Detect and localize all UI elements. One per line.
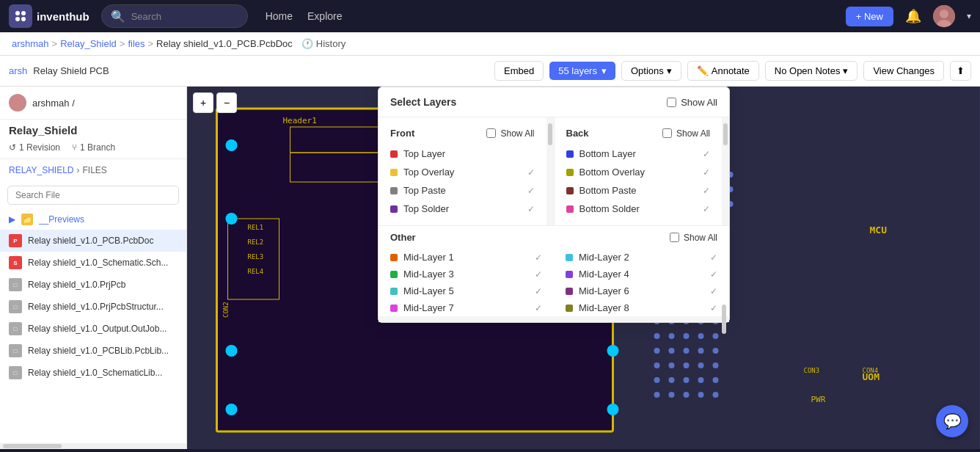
- search-bar[interactable]: 🔍: [101, 4, 248, 28]
- layers-label: 55 layers: [558, 65, 597, 76]
- other-show-all[interactable]: Show All: [670, 233, 717, 243]
- top-layer-name: Top Layer: [403, 148, 535, 159]
- revision-count: 1 Revision: [19, 142, 60, 153]
- notes-button[interactable]: No Open Notes ▾: [765, 61, 858, 81]
- layer-item-bottom-paste[interactable]: Bottom Paste ✓: [555, 181, 723, 200]
- annotate-icon: ✏️: [697, 65, 709, 76]
- logo[interactable]: inventhub: [9, 4, 89, 28]
- notification-icon[interactable]: 🔔: [905, 8, 921, 24]
- front-scrollbar[interactable]: [546, 117, 554, 225]
- layer-item-top-solder[interactable]: Top Solder ✓: [379, 200, 546, 218]
- zoom-out-button[interactable]: −: [216, 92, 237, 113]
- layer-item-bottom-solder[interactable]: Bottom Solder ✓: [555, 200, 723, 218]
- pcb-viewer[interactable]: Header1 Header3 MCU UOM PWR REL1 REL2 RE…: [187, 87, 980, 449]
- front-show-all-checkbox[interactable]: [486, 128, 496, 138]
- list-item[interactable]: S Relay shield_v1.0_Schematic.Sch...: [0, 252, 186, 274]
- svg-point-77: [669, 392, 675, 398]
- list-item[interactable]: □ Relay shield_v1.0_SchematicLib...: [0, 362, 186, 384]
- search-input[interactable]: [131, 11, 234, 22]
- embed-button[interactable]: Embed: [494, 61, 544, 81]
- svg-point-28: [607, 345, 619, 357]
- sidebar-search-input[interactable]: [7, 186, 179, 205]
- pcb-icon: P: [9, 234, 22, 247]
- list-item[interactable]: □ Relay shield_v1.0.PrjPcb: [0, 274, 186, 296]
- back-scrollbar[interactable]: [722, 117, 729, 225]
- svg-point-24: [226, 345, 238, 357]
- mid2-check: ✓: [710, 252, 717, 263]
- file-name: Relay shield_v1.0_Output.OutJob...: [28, 324, 167, 334]
- breadcrumb-repo[interactable]: Relay_Shield: [60, 38, 117, 49]
- svg-text:REL1: REL1: [248, 224, 264, 231]
- sidebar-breadcrumb-files[interactable]: FILES: [82, 165, 106, 175]
- upload-button[interactable]: ⬆: [950, 61, 971, 81]
- sidebar-avatar: [9, 94, 26, 112]
- show-all-global-label: Show All: [681, 97, 717, 108]
- svg-text:PWR: PWR: [811, 395, 826, 404]
- svg-point-76: [654, 392, 660, 398]
- zoom-in-button[interactable]: +: [193, 92, 213, 113]
- layers-panel-scrollbar[interactable]: [379, 316, 729, 322]
- layer-item-mid5[interactable]: Mid-Layer 5 ✓: [379, 282, 554, 299]
- history-text[interactable]: History: [316, 38, 345, 49]
- breadcrumb-section[interactable]: files: [128, 38, 145, 49]
- file-name: Relay shield_v1.0_SchematicLib...: [28, 368, 162, 378]
- front-show-all[interactable]: Show All: [486, 128, 534, 139]
- layer-item-mid8[interactable]: Mid-Layer 8 ✓: [554, 299, 729, 316]
- doc-icon: □: [9, 366, 22, 379]
- explore-link[interactable]: Explore: [307, 10, 342, 22]
- home-link[interactable]: Home: [266, 10, 293, 22]
- layer-item-mid1[interactable]: Mid-Layer 1 ✓: [379, 249, 554, 266]
- back-show-all-checkbox[interactable]: [662, 128, 672, 138]
- layer-item-mid4[interactable]: Mid-Layer 4 ✓: [554, 266, 729, 282]
- mid6-name: Mid-Layer 6: [579, 285, 704, 296]
- layer-item-mid7[interactable]: Mid-Layer 7 ✓: [379, 299, 554, 316]
- back-show-all[interactable]: Show All: [662, 128, 710, 139]
- list-item[interactable]: P Relay shield_v1.0_PCB.PcbDoc: [0, 230, 186, 252]
- history-link[interactable]: 🕐 History: [301, 38, 345, 49]
- svg-point-1: [21, 11, 26, 15]
- mid8-name: Mid-Layer 8: [579, 302, 704, 313]
- layer-item-bottom-overlay[interactable]: Bottom Overlay ✓: [555, 163, 723, 181]
- layer-item-bottom-layer[interactable]: Bottom Layer ✓: [555, 145, 723, 163]
- list-item[interactable]: □ Relay shield_v1.0_Output.OutJob...: [0, 318, 186, 340]
- chat-button[interactable]: 💬: [936, 405, 968, 437]
- svg-point-58: [684, 333, 690, 339]
- show-all-global[interactable]: Show All: [667, 97, 717, 108]
- sidebar-username[interactable]: arshmah /: [32, 98, 75, 109]
- layer-item-top-layer[interactable]: Top Layer: [379, 145, 546, 163]
- other-show-all-checkbox[interactable]: [670, 233, 679, 242]
- list-item[interactable]: □ Relay shield_v1.0_PCBLib.PcbLib...: [0, 340, 186, 362]
- new-button[interactable]: + New: [846, 7, 893, 26]
- avatar[interactable]: [933, 5, 955, 27]
- layer-item-mid6[interactable]: Mid-Layer 6 ✓: [554, 282, 729, 299]
- file-list: ▶ 📁 __Previews P Relay shield_v1.0_PCB.P…: [0, 209, 186, 443]
- file-name: __Previews: [39, 214, 84, 225]
- layer-item-top-paste[interactable]: Top Paste ✓: [379, 181, 546, 200]
- list-item[interactable]: □ Relay shield_v1.0.PrjPcbStructur...: [0, 296, 186, 318]
- layer-item-top-overlay[interactable]: Top Overlay ✓: [379, 163, 546, 181]
- revision-meta[interactable]: ↺ 1 Revision: [9, 142, 60, 153]
- mid8-check: ✓: [710, 303, 717, 313]
- options-button[interactable]: Options ▾: [621, 61, 681, 81]
- breadcrumb-bar: arshmah > Relay_Shield > files > Relay s…: [0, 32, 980, 56]
- show-all-global-checkbox[interactable]: [667, 98, 676, 107]
- changes-button[interactable]: View Changes: [863, 61, 944, 81]
- top-layer-dot: [390, 150, 398, 158]
- avatar-chevron-icon[interactable]: ▾: [967, 11, 971, 21]
- svg-point-66: [654, 362, 660, 368]
- layer-item-mid2[interactable]: Mid-Layer 2 ✓: [554, 249, 729, 266]
- svg-point-68: [684, 362, 690, 368]
- horizontal-scrollbar[interactable]: [0, 443, 186, 449]
- svg-point-62: [669, 348, 675, 354]
- sidebar-breadcrumb-repo[interactable]: RELAY_SHIELD: [9, 165, 73, 175]
- bottom-overlay-name: Bottom Overlay: [579, 167, 698, 178]
- svg-point-70: [713, 362, 719, 368]
- branch-meta[interactable]: ⑂ 1 Branch: [72, 142, 115, 153]
- list-item[interactable]: ▶ 📁 __Previews: [0, 209, 186, 230]
- breadcrumb-user[interactable]: arshmah: [12, 38, 49, 49]
- layers-button[interactable]: 55 layers ▾: [549, 62, 615, 80]
- annotate-button[interactable]: ✏️ Annotate: [687, 61, 759, 81]
- other-show-all-label: Show All: [684, 233, 717, 243]
- layer-item-mid3[interactable]: Mid-Layer 3 ✓: [379, 266, 554, 282]
- repo-name[interactable]: Relay_Shield: [0, 120, 186, 142]
